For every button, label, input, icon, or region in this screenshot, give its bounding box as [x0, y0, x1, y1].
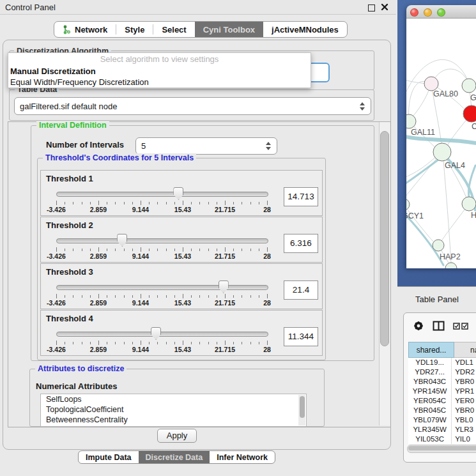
list-item[interactable]: TopologicalCoefficient: [41, 404, 306, 415]
checkbox-icon[interactable]: [453, 323, 460, 330]
tab-label: jActiveMNodules: [272, 25, 339, 35]
network-canvas[interactable]: GAL80GACGAL11GAL4GCY1HHAP2: [406, 19, 476, 268]
tick-mark: [132, 295, 133, 298]
table-row[interactable]: YBR043CYBR0: [408, 377, 476, 387]
table-row[interactable]: YIL053CYIL0: [408, 434, 476, 444]
column-header-name[interactable]: name: [454, 342, 476, 358]
tick-label: -3.426: [47, 346, 66, 353]
table-row[interactable]: YBL079WYBL0: [408, 415, 476, 425]
threshold-slider-thumb[interactable]: [219, 280, 229, 293]
list-item[interactable]: BetweennessCentrality: [41, 415, 306, 425]
threshold-slider-thumb[interactable]: [173, 187, 183, 200]
network-node-c[interactable]: [463, 105, 476, 122]
vertical-scrollbar-thumb[interactable]: [380, 131, 389, 346]
tick-mark: [191, 249, 192, 251]
tab-label: Cyni Toolbox: [203, 25, 255, 35]
tick-mark: [115, 202, 116, 204]
threshold-slider-track[interactable]: [56, 238, 268, 243]
tab-jactivemnodules[interactable]: jActiveMNodules: [263, 22, 347, 37]
bottom-tab-discretize-data[interactable]: Discretize Data: [139, 451, 210, 463]
split-columns-icon[interactable]: [433, 321, 445, 331]
tab-cyni-toolbox[interactable]: Cyni Toolbox: [195, 22, 263, 37]
threshold-slider-track[interactable]: [56, 285, 268, 290]
zoom-traffic-light-icon[interactable]: [437, 8, 445, 17]
network-node-ga[interactable]: [462, 79, 476, 93]
tick-mark: [82, 342, 82, 344]
network-node-gal80[interactable]: [424, 77, 438, 91]
network-node-gal11[interactable]: [406, 114, 416, 128]
network-node-h[interactable]: [462, 197, 476, 211]
table-data-combobox[interactable]: galFiltered.sif default node: [14, 97, 371, 115]
tick-mark: [208, 202, 209, 204]
bottom-tab-infer-network[interactable]: Infer Network: [210, 451, 275, 463]
tab-style[interactable]: Style: [116, 22, 153, 37]
tick-label: -3.426: [47, 252, 66, 260]
column-header-shared-name[interactable]: shared...: [408, 342, 454, 358]
threshold-value-field[interactable]: 14.713: [284, 187, 318, 206]
tick-mark: [259, 295, 259, 298]
tick-mark: [149, 295, 150, 298]
tick-mark: [124, 249, 125, 251]
tick-mark: [250, 202, 251, 204]
tick-mark: [208, 249, 209, 251]
table-row[interactable]: YER054CYER0: [408, 396, 476, 406]
list-item[interactable]: SelfLoops: [41, 394, 306, 404]
network-node[interactable]: [445, 263, 457, 268]
gear-icon[interactable]: [413, 320, 424, 332]
close-traffic-light-icon[interactable]: [410, 8, 418, 17]
tick-mark: [124, 342, 125, 344]
tick-mark: [124, 295, 125, 298]
tab-network[interactable]: Network: [54, 22, 116, 37]
horizontal-scrollbar-thumb[interactable]: [408, 446, 476, 450]
tab-select[interactable]: Select: [153, 22, 194, 37]
number-of-intervals-combobox[interactable]: 5: [135, 137, 277, 155]
apply-button[interactable]: Apply: [157, 429, 197, 443]
table-rows: YDL19...YDL1YDR27...YDR2YBR043CYBR0YPR14…: [408, 358, 476, 444]
tick-mark: [174, 295, 175, 298]
threshold-slider-track[interactable]: [56, 192, 268, 197]
tick-mark: [166, 202, 167, 204]
network-node-gcy1[interactable]: [406, 199, 410, 210]
tick-mark: [157, 249, 158, 251]
tick-label: 28: [263, 252, 271, 260]
tick-mark: [73, 202, 73, 204]
algorithm-option-manual[interactable]: Manual Discretization: [8, 66, 311, 77]
checkbox-icon[interactable]: [461, 323, 468, 330]
table-row[interactable]: YDL19...YDL1: [408, 358, 476, 367]
list-scrollbar-thumb[interactable]: [300, 396, 305, 418]
algorithm-placeholder-option[interactable]: Select algorithm to view settings: [8, 53, 311, 66]
threshold-slider-thumb[interactable]: [117, 234, 127, 247]
float-window-icon[interactable]: [368, 4, 375, 12]
tick-mark: [82, 295, 82, 298]
list-scrollbar[interactable]: [298, 395, 305, 426]
tick-mark: [141, 341, 141, 345]
threshold-slider-track[interactable]: [56, 332, 268, 337]
tick-mark: [174, 342, 175, 344]
threshold-slider-thumb[interactable]: [151, 327, 161, 340]
threshold-value-field[interactable]: 21.4: [284, 280, 318, 300]
tick-mark: [56, 247, 57, 252]
network-node-gal4[interactable]: [433, 143, 451, 161]
tick-label: 15.43: [174, 346, 191, 353]
minimize-traffic-light-icon[interactable]: [424, 8, 432, 17]
tick-mark: [124, 202, 125, 204]
table-row[interactable]: YBR045CYBR0: [408, 406, 476, 415]
table-row[interactable]: YPR145WYPR1: [408, 387, 476, 396]
network-node-hap2[interactable]: [433, 240, 444, 251]
numerical-attributes-list[interactable]: SelfLoopsTopologicalCoefficientBetweenne…: [40, 394, 307, 427]
tick-mark: [90, 342, 91, 344]
algorithm-option-equal-width[interactable]: Equal Width/Frequency Discretization: [8, 77, 311, 88]
table-row[interactable]: YLR345WYLR3: [408, 425, 476, 434]
tick-mark: [166, 342, 167, 344]
tick-label: 2.859: [90, 299, 107, 307]
bottom-tab-impute-data[interactable]: Impute Data: [79, 451, 139, 463]
table-row[interactable]: YDR27...YDR2: [408, 367, 476, 377]
network-tab-icon: [63, 24, 71, 35]
close-icon[interactable]: [380, 3, 389, 12]
network-window-titlebar[interactable]: [406, 5, 476, 19]
threshold-value-field[interactable]: 11.344: [284, 327, 318, 346]
table-panel-box: shared... name YDL19...YDL1YDR27...YDR2Y…: [403, 312, 476, 463]
cell-name: YBR0: [451, 377, 476, 387]
horizontal-scrollbar[interactable]: [407, 445, 476, 453]
threshold-value-field[interactable]: 6.316: [284, 234, 318, 253]
